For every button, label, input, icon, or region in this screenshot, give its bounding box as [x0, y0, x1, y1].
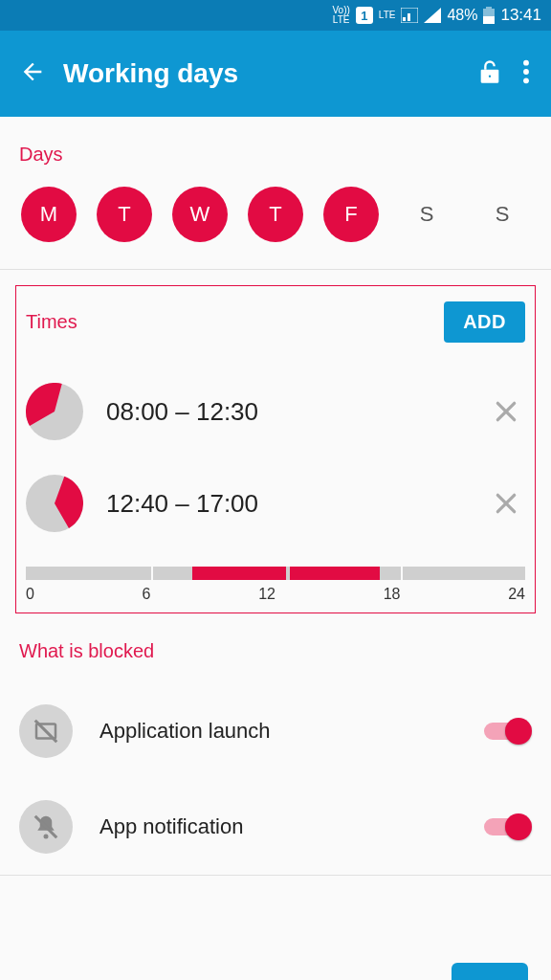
blocked-row: App notification [19, 779, 532, 875]
close-icon [494, 399, 518, 424]
sim-badge: 1 [356, 7, 373, 24]
time-range-label: 12:40 – 17:00 [106, 489, 464, 519]
toggle-switch[interactable] [484, 718, 532, 745]
blocked-label: App notification [99, 814, 457, 839]
blocked-label: Application launch [99, 719, 457, 744]
remove-button[interactable] [487, 484, 525, 523]
days-row: MTWTFSS [19, 187, 532, 242]
timeline: 06121824 [26, 567, 525, 603]
arrow-back-icon [19, 58, 46, 85]
clock-pie-icon [26, 475, 83, 532]
more-button[interactable] [513, 49, 540, 99]
day-toggle[interactable]: W [172, 187, 228, 242]
divider [0, 875, 551, 876]
timeline-tick-label: 0 [26, 586, 34, 603]
app-launch-off-icon [32, 717, 60, 746]
more-vert-icon [522, 58, 530, 85]
battery-percent: 48% [447, 7, 477, 24]
notification-off-icon [32, 813, 60, 841]
blocked-header: What is blocked [19, 640, 532, 662]
day-toggle[interactable]: T [97, 187, 152, 242]
timeline-tick-label: 6 [143, 586, 151, 603]
times-section: Times ADD 08:00 – 12:30 12:40 – 17:00 [15, 285, 536, 613]
add-button[interactable]: ADD [444, 301, 525, 343]
blocked-row: Application launch [19, 683, 532, 779]
back-button[interactable] [11, 51, 54, 97]
svg-point-5 [523, 69, 529, 75]
blocked-icon-wrap [19, 800, 73, 854]
divider [0, 269, 551, 270]
status-bar: Vo))LTE 1 LTE 48% 13:41 [0, 0, 551, 31]
svg-point-3 [488, 74, 493, 78]
clock: 13:41 [500, 6, 541, 25]
times-header: Times [26, 311, 77, 333]
bottom-button[interactable] [452, 963, 528, 980]
time-pie [26, 383, 83, 440]
timeline-tick-label: 12 [258, 586, 276, 603]
day-toggle[interactable]: S [474, 187, 530, 242]
signal-icon [401, 8, 418, 23]
lock-button[interactable] [467, 49, 513, 99]
page-title: Working days [63, 58, 467, 89]
battery-icon [483, 7, 495, 24]
timeline-segment [192, 567, 286, 580]
timeline-tick-label: 24 [508, 586, 525, 603]
app-bar: Working days [0, 31, 551, 117]
remove-button[interactable] [487, 392, 525, 431]
clock-pie-icon [26, 383, 83, 440]
toggle-switch[interactable] [484, 813, 532, 840]
lte-indicator: LTE [379, 11, 396, 20]
day-toggle[interactable]: T [248, 187, 303, 242]
timeline-segment [290, 567, 380, 580]
timeline-tick-label: 18 [384, 586, 401, 603]
time-row[interactable]: 08:00 – 12:30 [26, 366, 525, 457]
day-toggle[interactable]: F [323, 187, 379, 242]
close-icon [494, 491, 518, 516]
svg-point-4 [523, 60, 529, 66]
day-toggle[interactable]: S [399, 187, 454, 242]
svg-point-6 [523, 78, 529, 83]
blocked-icon-wrap [19, 704, 73, 758]
day-toggle[interactable]: M [21, 187, 77, 242]
svg-rect-1 [483, 16, 495, 24]
svg-point-11 [44, 835, 49, 839]
volte-indicator: Vo))LTE [332, 6, 349, 25]
time-pie [26, 475, 83, 532]
signal-icon-2 [424, 8, 441, 23]
lock-open-icon [476, 58, 503, 85]
time-range-label: 08:00 – 12:30 [106, 397, 464, 427]
time-row[interactable]: 12:40 – 17:00 [26, 457, 525, 549]
days-header: Days [19, 144, 532, 166]
